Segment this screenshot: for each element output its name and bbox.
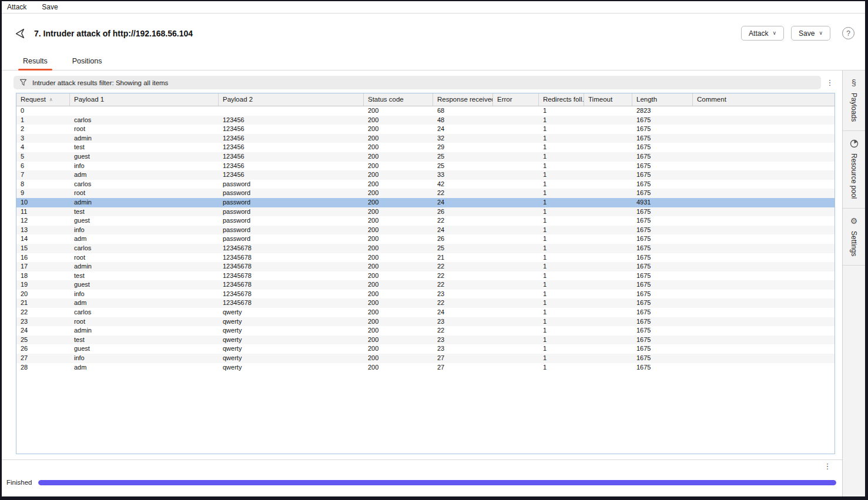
results-filter-bar[interactable]: Intruder attack results filter: Showing …	[14, 76, 821, 89]
cell-request: 17	[16, 262, 70, 271]
table-row[interactable]: 19 guest 12345678 200 22 1 1675	[16, 280, 835, 290]
cell-request: 27	[16, 354, 70, 363]
sidebar-tab-payloads[interactable]: § Payloads	[843, 71, 865, 130]
cell-payload1: test	[70, 335, 219, 345]
cell-redirects: 1	[539, 134, 584, 143]
sidebar-tab-label: Resource pool	[850, 153, 858, 199]
cell-redirects: 1	[539, 290, 584, 299]
column-header-payload2[interactable]: Payload 2	[219, 93, 364, 106]
cell-comment	[693, 335, 835, 345]
column-header-response-received[interactable]: Response received	[433, 93, 493, 106]
cell-timeout	[584, 152, 632, 162]
sidebar-tab-resource-pool[interactable]: Resource pool	[843, 131, 865, 207]
cell-timeout	[584, 298, 632, 308]
table-row[interactable]: 7 adm 123456 200 33 1 1675	[16, 170, 835, 180]
cell-length: 1675	[632, 262, 693, 271]
cell-payload2: 123456	[219, 162, 364, 171]
cell-length: 1675	[632, 253, 693, 263]
settings-sidebar: § Payloads Resource pool ⚙ Settings	[842, 71, 865, 496]
cell-payload1: test	[70, 143, 219, 152]
column-header-length[interactable]: Length	[632, 93, 693, 106]
cell-length: 1675	[632, 244, 693, 253]
cell-response-received: 23	[433, 344, 493, 354]
cell-length: 1675	[632, 116, 693, 125]
cell-comment	[693, 298, 835, 308]
bottom-kebab-menu-icon[interactable]: ⋮	[819, 462, 836, 470]
cell-comment	[693, 125, 835, 134]
save-dropdown-button[interactable]: Save ∨	[791, 26, 830, 41]
cell-timeout	[584, 244, 632, 253]
menu-save[interactable]: Save	[42, 3, 58, 11]
cell-payload2: qwerty	[219, 317, 364, 327]
column-header-error[interactable]: Error	[493, 93, 539, 106]
table-row[interactable]: 27 info qwerty 200 27 1 1675	[16, 354, 835, 363]
sidebar-tab-settings[interactable]: ⚙ Settings	[843, 209, 865, 265]
cell-payload2: 123456	[219, 134, 364, 143]
table-row[interactable]: 20 info 12345678 200 23 1 1675	[16, 290, 835, 299]
cell-length: 1675	[632, 298, 693, 308]
cell-response-received: 22	[433, 271, 493, 281]
table-row[interactable]: 3 admin 123456 200 32 1 1675	[16, 134, 835, 143]
table-row[interactable]: 28 adm qwerty 200 27 1 1675	[16, 363, 835, 373]
column-header-redirects[interactable]: Redirects foll...	[539, 93, 584, 106]
menu-attack[interactable]: Attack	[7, 3, 26, 11]
table-row[interactable]: 9 root password 200 22 1 1675	[16, 189, 835, 198]
cell-payload2: 12345678	[219, 290, 364, 299]
table-row[interactable]: 23 root qwerty 200 23 1 1675	[16, 317, 835, 327]
table-row[interactable]: 6 info 123456 200 25 1 1675	[16, 162, 835, 171]
table-row[interactable]: 17 admin 12345678 200 22 1 1675	[16, 262, 835, 271]
table-row[interactable]: 0 200 68 1 2823	[16, 106, 835, 116]
cell-request: 4	[16, 143, 70, 152]
table-row[interactable]: 8 carlos password 200 42 1 1675	[16, 180, 835, 189]
cell-error	[493, 253, 539, 263]
chevron-down-icon: ∨	[819, 31, 823, 36]
table-row[interactable]: 25 test qwerty 200 23 1 1675	[16, 335, 835, 345]
table-row[interactable]: 1 carlos 123456 200 48 1 1675	[16, 116, 835, 125]
tab-results[interactable]: Results	[19, 53, 51, 70]
table-row[interactable]: 21 adm 12345678 200 22 1 1675	[16, 298, 835, 308]
cell-payload2: qwerty	[219, 363, 364, 373]
filter-funnel-icon	[19, 79, 27, 86]
column-header-timeout[interactable]: Timeout	[584, 93, 632, 106]
intruder-attack-window: Attack Save 7. Intruder attack of http:/…	[0, 0, 868, 500]
table-row[interactable]: 15 carlos 12345678 200 25 1 1675	[16, 244, 835, 253]
cell-redirects: 1	[539, 244, 584, 253]
cell-comment	[693, 162, 835, 171]
table-row[interactable]: 13 info password 200 24 1 1675	[16, 226, 835, 235]
table-row[interactable]: 4 test 123456 200 29 1 1675	[16, 143, 835, 152]
cell-request: 28	[16, 363, 70, 373]
table-row[interactable]: 16 root 12345678 200 21 1 1675	[16, 253, 835, 263]
cell-request: 22	[16, 308, 70, 317]
column-header-payload1[interactable]: Payload 1	[70, 93, 219, 106]
table-row[interactable]: 10 admin password 200 24 1 4931	[16, 198, 835, 207]
filter-kebab-menu-icon[interactable]: ⋮	[821, 79, 839, 86]
column-header-status-code[interactable]: Status code	[364, 93, 433, 106]
column-header-request[interactable]: Request ∧	[16, 93, 70, 106]
cell-payload1	[70, 106, 219, 116]
title-bar-actions: Attack ∨ Save ∨ ?	[741, 26, 854, 41]
cell-error	[493, 170, 539, 180]
table-row[interactable]: 12 guest password 200 22 1 1675	[16, 216, 835, 226]
cell-timeout	[584, 180, 632, 189]
cell-request: 16	[16, 253, 70, 263]
table-row[interactable]: 5 guest 123456 200 25 1 1675	[16, 152, 835, 162]
cell-payload1: adm	[70, 170, 219, 180]
table-row[interactable]: 22 carlos qwerty 200 24 1 1675	[16, 308, 835, 317]
table-row[interactable]: 18 test 12345678 200 22 1 1675	[16, 271, 835, 281]
column-header-comment[interactable]: Comment	[693, 93, 835, 106]
results-table: Request ∧ Payload 1 Payload 2 Status cod…	[16, 93, 835, 454]
attack-dropdown-button[interactable]: Attack ∨	[741, 26, 784, 41]
help-icon[interactable]: ?	[842, 27, 854, 39]
column-header-label: Request	[21, 93, 46, 106]
cell-comment	[693, 317, 835, 327]
tab-positions[interactable]: Positions	[69, 53, 106, 70]
table-row[interactable]: 2 root 123456 200 24 1 1675	[16, 125, 835, 134]
table-row[interactable]: 24 admin qwerty 200 22 1 1675	[16, 326, 835, 335]
cell-timeout	[584, 226, 632, 235]
table-row[interactable]: 26 guest qwerty 200 23 1 1675	[16, 344, 835, 354]
table-row[interactable]: 11 test password 200 26 1 1675	[16, 207, 835, 217]
table-row[interactable]: 14 adm password 200 26 1 1675	[16, 234, 835, 244]
cell-timeout	[584, 308, 632, 317]
status-bar: Finished	[2, 472, 842, 496]
cell-error	[493, 335, 539, 345]
